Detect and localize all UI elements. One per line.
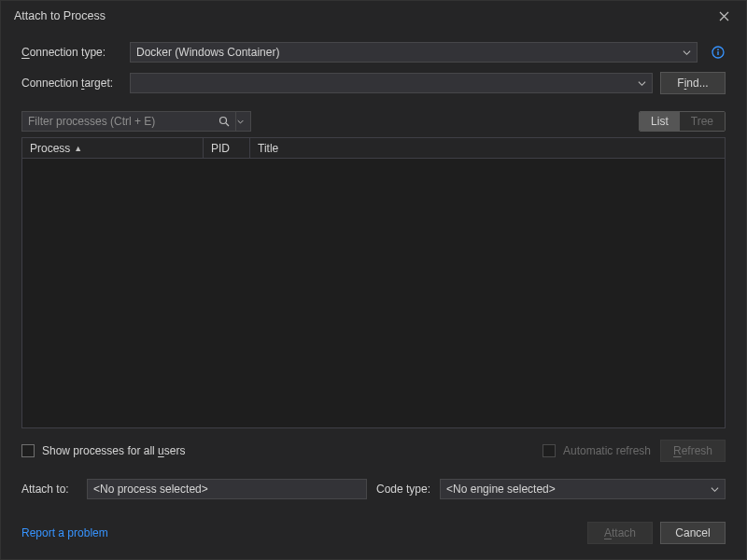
checkbox-icon (543, 444, 556, 457)
filter-search-box[interactable] (21, 111, 251, 132)
filter-input[interactable] (28, 115, 213, 128)
connection-type-value: Docker (Windows Container) (136, 46, 279, 59)
toolbar-row: List Tree (21, 111, 726, 132)
footer-row: Report a problem Attach Cancel (21, 522, 726, 544)
attach-to-label: Attach to: (21, 483, 78, 496)
code-type-combo[interactable]: <No engine selected> (440, 479, 726, 499)
find-button[interactable]: Find... (660, 72, 726, 94)
column-header-title[interactable]: Title (250, 138, 725, 158)
chevron-down-icon (711, 485, 719, 494)
connection-target-combo[interactable] (130, 73, 653, 93)
sort-ascending-icon: ▲ (74, 144, 82, 153)
below-grid-row: Show processes for all users Automatic r… (21, 440, 726, 462)
process-grid: Process ▲ PID Title (21, 137, 726, 428)
svg-rect-2 (717, 51, 718, 55)
svg-point-3 (220, 118, 227, 124)
view-tree-button[interactable]: Tree (680, 112, 725, 131)
attach-to-process-dialog: Attach to Process Connection type: Docke… (0, 0, 747, 560)
connection-target-row: Connection target: Find... (21, 72, 726, 94)
search-icon (218, 116, 230, 127)
view-mode-toggle: List Tree (639, 111, 726, 132)
titlebar: Attach to Process (1, 1, 746, 31)
dialog-body: Connection type: Docker (Windows Contain… (1, 31, 746, 559)
automatic-refresh-checkbox: Automatic refresh (543, 444, 651, 457)
attach-button: Attach (587, 522, 653, 544)
show-all-users-label: Show processes for all users (42, 444, 185, 457)
connection-target-label: Connection target: (21, 77, 122, 90)
column-header-process[interactable]: Process ▲ (22, 138, 204, 158)
footer-buttons: Attach Cancel (587, 522, 726, 544)
connection-type-combo[interactable]: Docker (Windows Container) (130, 42, 698, 63)
connection-type-row: Connection type: Docker (Windows Contain… (21, 42, 726, 63)
chevron-down-icon (638, 79, 646, 88)
connection-type-label: Connection type: (21, 46, 122, 59)
close-icon (719, 11, 729, 21)
code-type-value: <No engine selected> (446, 483, 556, 496)
info-icon[interactable] (711, 45, 726, 60)
checkbox-icon (21, 444, 35, 457)
show-all-users-checkbox[interactable]: Show processes for all users (21, 444, 185, 457)
cancel-button[interactable]: Cancel (660, 522, 726, 544)
view-list-button[interactable]: List (640, 112, 680, 131)
code-type-label: Code type: (376, 483, 430, 496)
dialog-title: Attach to Process (14, 9, 711, 22)
grid-header: Process ▲ PID Title (22, 138, 725, 159)
automatic-refresh-label: Automatic refresh (563, 444, 651, 457)
attach-to-value: <No process selected> (93, 483, 208, 496)
refresh-cluster: Automatic refresh Refresh (543, 440, 726, 462)
close-button[interactable] (711, 7, 737, 25)
report-problem-link[interactable]: Report a problem (21, 526, 108, 539)
grid-body (22, 159, 725, 427)
attach-codetype-row: Attach to: <No process selected> Code ty… (21, 479, 726, 499)
svg-point-1 (717, 49, 719, 50)
column-header-pid[interactable]: PID (204, 138, 250, 158)
chevron-down-icon (683, 49, 691, 57)
refresh-button: Refresh (660, 440, 726, 462)
search-options-dropdown[interactable] (235, 112, 245, 131)
attach-to-field: <No process selected> (87, 479, 367, 499)
